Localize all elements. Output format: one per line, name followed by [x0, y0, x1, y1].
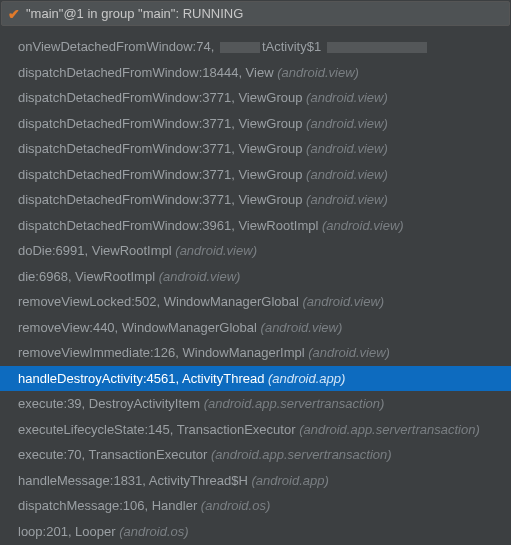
frame-package: (android.app.servertransaction): [204, 396, 385, 411]
frame-package: (android.view): [322, 218, 404, 233]
redacted-icon: [327, 42, 427, 53]
frame-package: (android.view): [308, 345, 390, 360]
frame-method: dispatchMessage:106, Handler: [18, 498, 197, 513]
frame-method: execute:70, TransactionExecutor: [18, 447, 207, 462]
stack-frame[interactable]: die:6968, ViewRootImpl (android.view): [0, 264, 511, 290]
stack-frame[interactable]: execute:70, TransactionExecutor (android…: [0, 442, 511, 468]
frame-method: removeViewLocked:502, WindowManagerGloba…: [18, 294, 299, 309]
frame-method: handleMessage:1831, ActivityThread$H: [18, 473, 248, 488]
frame-package: (android.view): [306, 167, 388, 182]
frame-package: (android.view): [261, 320, 343, 335]
frame-package: (android.view): [306, 192, 388, 207]
frame-package: (android.app.servertransaction): [299, 422, 480, 437]
frame-method: dispatchDetachedFromWindow:3961, ViewRoo…: [18, 218, 318, 233]
frame-method: dispatchDetachedFromWindow:3771, ViewGro…: [18, 116, 302, 131]
stack-frame[interactable]: dispatchDetachedFromWindow:3771, ViewGro…: [0, 85, 511, 111]
frame-package: (android.view): [306, 141, 388, 156]
stack-frame[interactable]: dispatchDetachedFromWindow:3771, ViewGro…: [0, 187, 511, 213]
frame-method: dispatchDetachedFromWindow:3771, ViewGro…: [18, 141, 302, 156]
frame-package: (android.view): [277, 65, 359, 80]
frame-package: (android.os): [119, 524, 188, 539]
frame-method: die:6968, ViewRootImpl: [18, 269, 155, 284]
frame-package: (android.view): [159, 269, 241, 284]
frame-method: handleDestroyActivity:4561, ActivityThre…: [18, 371, 264, 386]
stack-frame[interactable]: handleDestroyActivity:4561, ActivityThre…: [0, 366, 511, 392]
stack-frame[interactable]: dispatchDetachedFromWindow:3771, ViewGro…: [0, 162, 511, 188]
stack-frame[interactable]: removeViewImmediate:126, WindowManagerIm…: [0, 340, 511, 366]
frame-package: (android.view): [302, 294, 384, 309]
stack-frame[interactable]: dispatchDetachedFromWindow:3771, ViewGro…: [0, 111, 511, 137]
stack-frame[interactable]: dispatchDetachedFromWindow:3961, ViewRoo…: [0, 213, 511, 239]
frame-method: removeViewImmediate:126, WindowManagerIm…: [18, 345, 305, 360]
frame-package: (android.app): [251, 473, 328, 488]
thread-header[interactable]: ✔ "main"@1 in group "main": RUNNING: [1, 1, 510, 26]
stack-frame[interactable]: dispatchMessage:106, Handler (android.os…: [0, 493, 511, 519]
frame-method: loop:201, Looper: [18, 524, 116, 539]
frame-method-tail: tActivity$1: [262, 39, 321, 54]
stack-frame[interactable]: handleMessage:1831, ActivityThread$H (an…: [0, 468, 511, 494]
redacted-icon: [220, 42, 260, 53]
frame-method: executeLifecycleState:145, TransactionEx…: [18, 422, 296, 437]
frame-package: (android.os): [201, 498, 270, 513]
stack-frame-list: onViewDetachedFromWindow:74, tActivity$1…: [0, 32, 511, 545]
stack-frame[interactable]: dispatchDetachedFromWindow:18444, View (…: [0, 60, 511, 86]
frame-package: (android.app): [268, 371, 345, 386]
stack-frame[interactable]: executeLifecycleState:145, TransactionEx…: [0, 417, 511, 443]
frame-method: doDie:6991, ViewRootImpl: [18, 243, 172, 258]
frame-method: onViewDetachedFromWindow:74,: [18, 39, 214, 54]
frame-package: (android.view): [175, 243, 257, 258]
thread-title: "main"@1 in group "main": RUNNING: [26, 6, 243, 21]
frame-method: dispatchDetachedFromWindow:3771, ViewGro…: [18, 192, 302, 207]
stack-frame[interactable]: removeViewLocked:502, WindowManagerGloba…: [0, 289, 511, 315]
frame-method: dispatchDetachedFromWindow:3771, ViewGro…: [18, 90, 302, 105]
frame-method: dispatchDetachedFromWindow:3771, ViewGro…: [18, 167, 302, 182]
frame-package: (android.view): [306, 90, 388, 105]
stack-frame[interactable]: doDie:6991, ViewRootImpl (android.view): [0, 238, 511, 264]
stack-frame[interactable]: execute:39, DestroyActivityItem (android…: [0, 391, 511, 417]
stack-frame[interactable]: onViewDetachedFromWindow:74, tActivity$1: [0, 34, 511, 60]
frame-package: (android.app.servertransaction): [211, 447, 392, 462]
frame-package: (android.view): [306, 116, 388, 131]
stack-frame[interactable]: loop:201, Looper (android.os): [0, 519, 511, 545]
check-icon: ✔: [8, 7, 20, 21]
stack-frame[interactable]: dispatchDetachedFromWindow:3771, ViewGro…: [0, 136, 511, 162]
frame-method: execute:39, DestroyActivityItem: [18, 396, 200, 411]
frame-method: dispatchDetachedFromWindow:18444, View: [18, 65, 274, 80]
stack-frame[interactable]: removeView:440, WindowManagerGlobal (and…: [0, 315, 511, 341]
frame-method: removeView:440, WindowManagerGlobal: [18, 320, 257, 335]
